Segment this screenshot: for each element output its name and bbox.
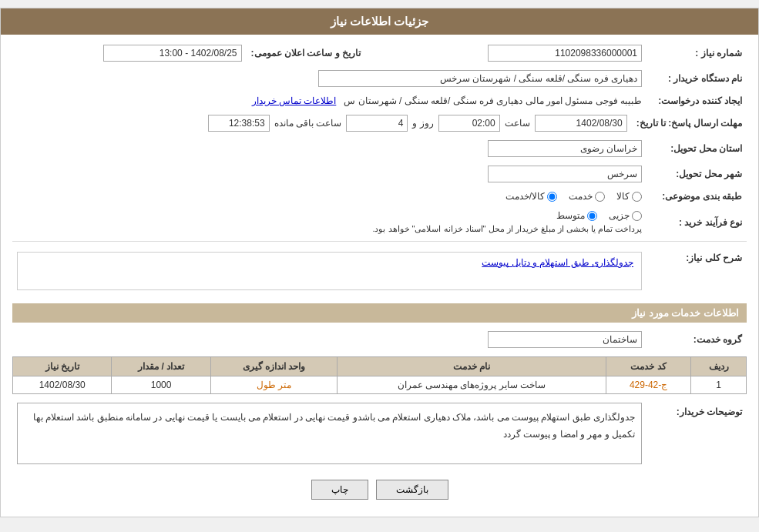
- radio-kala-khadamat-label: کالا/خدمت: [505, 191, 545, 202]
- buyer-org-label: نام دستگاه خریدار :: [646, 68, 747, 89]
- radio-motavaset-label: متوسط: [556, 210, 585, 221]
- radio-khadamat: خدمت: [569, 191, 605, 202]
- col-measurement-unit: واحد اندازه گیری: [210, 357, 337, 376]
- need-description-label: شرح کلی نیاز:: [646, 246, 747, 296]
- cell-service-code: ج-42-429: [606, 376, 691, 394]
- reply-time-box: 02:00: [438, 115, 500, 132]
- info-table-row6: شهر محل تحویل: سرخس: [12, 163, 747, 185]
- reply-days-box: 4: [346, 115, 408, 132]
- radio-kala-label: کالا: [616, 191, 630, 202]
- button-row: بازگشت چاپ: [12, 470, 747, 509]
- purchase-note: پرداخت تمام یا بخشی از مبلغ خریدار از مح…: [17, 224, 642, 234]
- radio-motavaset: متوسط: [556, 210, 597, 221]
- radio-jozvi: جزیی: [609, 210, 642, 221]
- need-number-label: شماره نیاز :: [646, 42, 747, 64]
- reply-deadline-row: 1402/08/30 ساعت 02:00 روز و 4 ساعت باقی …: [12, 112, 632, 134]
- reply-remaining-box: 12:38:53: [208, 115, 270, 132]
- info-table-row2: نام دستگاه خریدار : دهیاری فره سنگی /قلع…: [12, 68, 747, 89]
- radio-jozvi-label: جزیی: [609, 210, 630, 221]
- reply-time-label: ساعت: [505, 118, 530, 129]
- need-description-value: جدولگذاری طبق استهلام و دتایل پیوست: [12, 246, 646, 296]
- delivery-province-label: استان محل تحویل:: [646, 138, 747, 159]
- services-section-title: اطلاعات خدمات مورد نیاز: [12, 303, 747, 323]
- creator-text: طبیبه فوجی مسئول امور مالی دهیاری فره سن…: [344, 95, 642, 106]
- announcement-date-value: 1402/08/25 - 13:00: [12, 42, 247, 64]
- col-need-date: تاریخ نیاز: [13, 357, 112, 376]
- delivery-city-label: شهر محل تحویل:: [646, 163, 747, 185]
- need-description-text: جدولگذاری طبق استهلام و دتایل پیوست: [482, 257, 633, 268]
- category-radios: کالا خدمت کالا/خدمت: [12, 189, 646, 204]
- radio-motavaset-input[interactable]: [587, 211, 597, 221]
- service-group-label: گروه خدمت:: [646, 329, 747, 350]
- cell-need-date: 1402/08/30: [13, 376, 112, 394]
- info-table-row4: مهلت ارسال پاسخ: تا تاریخ: 1402/08/30 سا…: [12, 112, 747, 134]
- radio-kala-khadamat-input[interactable]: [547, 192, 557, 202]
- buyer-description-label: توضیحات خریدار:: [646, 400, 747, 467]
- radio-kala: کالا: [616, 191, 642, 202]
- radio-kala-input[interactable]: [632, 192, 642, 202]
- cell-measurement-unit: متر طول: [210, 376, 337, 394]
- contact-link[interactable]: اطلاعات تماس خریدار: [252, 95, 337, 106]
- reply-days-label: روز و: [412, 118, 433, 129]
- info-table-row5: استان محل تحویل: خراسان رضوی: [12, 138, 747, 159]
- creator-label: ایجاد کننده درخواست:: [646, 93, 747, 109]
- purchase-type-radios: جزیی متوسط پرداخت تمام یا بخشی از مبلغ خ…: [12, 208, 646, 236]
- service-group-value: ساختمان: [12, 329, 646, 350]
- col-count-amount: تعداد / مقدار: [112, 357, 210, 376]
- buyer-org-value: دهیاری فره سنگی /قلعه سنگی / شهرستان سرخ…: [12, 68, 646, 89]
- need-number-value: 1102098336000001: [388, 42, 646, 64]
- creator-value: طبیبه فوجی مسئول امور مالی دهیاری فره سن…: [12, 93, 646, 109]
- cell-row-num: 1: [691, 376, 747, 394]
- radio-khadamat-label: خدمت: [569, 191, 593, 202]
- cell-service-name: ساخت سایر پروژه‌های مهندسی عمران: [338, 376, 606, 394]
- buyer-org-box: دهیاری فره سنگی /قلعه سنگی / شهرستان سرخ…: [318, 70, 642, 87]
- radio-khadamat-input[interactable]: [595, 192, 605, 202]
- print-button[interactable]: چاپ: [311, 480, 368, 500]
- info-table-row8: نوع فرآیند خرید : جزیی متوسط پرداخت تمام…: [12, 208, 747, 236]
- delivery-province-value: خراسان رضوی: [12, 138, 646, 159]
- need-number-box: 1102098336000001: [488, 45, 642, 62]
- info-table-row1: شماره نیاز : 1102098336000001 تاریخ و سا…: [12, 42, 747, 64]
- cell-count-amount: 1000: [112, 376, 210, 394]
- reply-date-box: 1402/08/30: [535, 115, 627, 132]
- table-row: 1 ج-42-429 ساخت سایر پروژه‌های مهندسی عم…: [13, 376, 747, 394]
- page-title: جزئیات اطلاعات نیاز: [1, 8, 758, 35]
- info-table-buyer-desc: توضیحات خریدار: جدولگذاری طبق استهلام پی…: [12, 400, 747, 467]
- reply-remaining-label: ساعت باقی مانده: [274, 118, 342, 129]
- col-row-num: ردیف: [691, 357, 747, 376]
- back-button[interactable]: بازگشت: [376, 480, 448, 500]
- page-container: جزئیات اطلاعات نیاز شماره نیاز : 1102098…: [0, 8, 759, 517]
- need-description-box: جدولگذاری طبق استهلام و دتایل پیوست: [17, 252, 642, 290]
- radio-kala-khadamat: کالا/خدمت: [505, 191, 557, 202]
- reply-deadline-label: مهلت ارسال پاسخ: تا تاریخ:: [632, 112, 747, 134]
- info-table-row7: طبقه بندی موضوعی: کالا خدمت: [12, 189, 747, 204]
- buyer-description-value: جدولگذاری طبق استهلام پیوست می باشد، ملا…: [12, 400, 646, 467]
- delivery-city-value: سرخس: [12, 163, 646, 185]
- category-label: طبقه بندی موضوعی:: [646, 189, 747, 204]
- content-area: شماره نیاز : 1102098336000001 تاریخ و سا…: [1, 35, 758, 517]
- purchase-type-label: نوع فرآیند خرید :: [646, 208, 747, 236]
- buyer-description-box: جدولگذاری طبق استهلام پیوست می باشد، ملا…: [17, 403, 642, 464]
- service-group-box: ساختمان: [488, 331, 642, 348]
- delivery-province-box: خراسان رضوی: [488, 140, 642, 157]
- delivery-city-box: سرخس: [488, 166, 642, 182]
- col-service-name: نام خدمت: [338, 357, 606, 376]
- info-table-service-group: گروه خدمت: ساختمان: [12, 329, 747, 350]
- info-table-row3: ایجاد کننده درخواست: طبیبه فوجی مسئول ام…: [12, 93, 747, 109]
- col-service-code: کد خدمت: [606, 357, 691, 376]
- announcement-date-box: 1402/08/25 - 13:00: [103, 45, 242, 62]
- services-table: ردیف کد خدمت نام خدمت واحد اندازه گیری ت…: [12, 356, 747, 394]
- info-table-description: شرح کلی نیاز: جدولگذاری طبق استهلام و دت…: [12, 246, 747, 296]
- radio-jozvi-input[interactable]: [632, 211, 642, 221]
- announcement-date-label: تاریخ و ساعت اعلان عمومی:: [247, 42, 365, 64]
